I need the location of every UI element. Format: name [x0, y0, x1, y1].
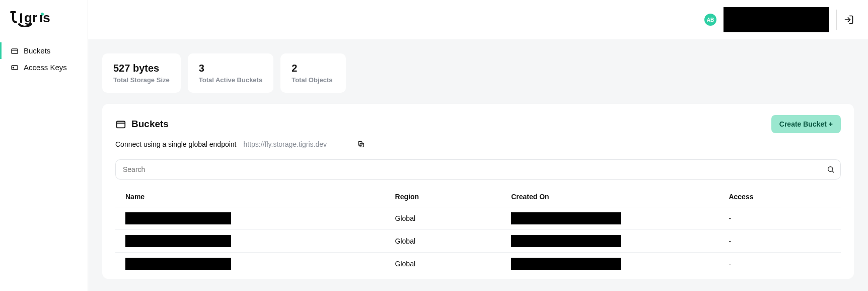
panel-title: Buckets — [115, 119, 169, 130]
svg-rect-3 — [12, 49, 18, 53]
create-bucket-button[interactable]: Create Bucket + — [771, 115, 841, 133]
cell-region: Global — [391, 207, 508, 230]
separator — [836, 10, 837, 30]
cell-access: - — [725, 230, 841, 253]
stat-card-active-buckets: 3 Total Active Buckets — [188, 53, 273, 93]
bucket-created-redacted — [511, 258, 621, 270]
bucket-name-redacted — [125, 235, 231, 247]
cell-region: Global — [391, 230, 508, 253]
sidebar: gr ıs Buckets Access Keys — [0, 0, 88, 291]
svg-text:gr: gr — [24, 10, 37, 25]
sidebar-item-label: Buckets — [24, 46, 50, 55]
bucket-icon — [115, 119, 126, 130]
avatar-initials: AB — [707, 17, 714, 23]
bucket-name-redacted — [125, 258, 231, 270]
svg-point-5 — [13, 67, 14, 68]
stat-value: 2 — [292, 63, 335, 74]
stat-label: Total Active Buckets — [199, 76, 262, 84]
stat-card-objects: 2 Total Objects — [280, 53, 346, 93]
bucket-icon — [11, 47, 19, 55]
svg-rect-6 — [117, 122, 125, 128]
topbar: AB — [88, 0, 868, 39]
bucket-name-redacted — [125, 212, 231, 224]
col-header-created: Created On — [507, 187, 725, 207]
endpoint-label: Connect using a single global endpoint — [115, 140, 237, 148]
sidebar-item-buckets[interactable]: Buckets — [0, 42, 88, 59]
stat-label: Total Storage Size — [113, 76, 170, 84]
search-icon — [827, 165, 835, 173]
table-row[interactable]: Global - — [115, 207, 841, 230]
buckets-table: Name Region Created On Access Global - — [115, 187, 841, 275]
endpoint-url: https://fly.storage.tigris.dev — [244, 140, 327, 148]
table-row[interactable]: Global - — [115, 253, 841, 275]
copy-endpoint-button[interactable] — [357, 140, 365, 148]
sidebar-item-access-keys[interactable]: Access Keys — [0, 59, 88, 76]
stats-row: 527 bytes Total Storage Size 3 Total Act… — [102, 53, 854, 93]
panel-title-text: Buckets — [131, 119, 169, 130]
key-card-icon — [11, 64, 19, 72]
bucket-created-redacted — [511, 212, 621, 224]
svg-text:ıs: ıs — [39, 10, 50, 25]
stat-value: 527 bytes — [113, 63, 170, 74]
buckets-panel: Buckets Create Bucket + Connect using a … — [102, 104, 854, 279]
user-info-redacted[interactable] — [724, 7, 829, 32]
cell-access: - — [725, 253, 841, 275]
cell-access: - — [725, 207, 841, 230]
cell-region: Global — [391, 253, 508, 275]
col-header-name: Name — [115, 187, 391, 207]
stat-label: Total Objects — [292, 76, 335, 84]
avatar[interactable]: AB — [704, 14, 716, 26]
bucket-created-redacted — [511, 235, 621, 247]
table-row[interactable]: Global - — [115, 230, 841, 253]
logout-button[interactable] — [844, 15, 854, 25]
search-input[interactable] — [115, 159, 841, 180]
col-header-access: Access — [725, 187, 841, 207]
col-header-region: Region — [391, 187, 508, 207]
svg-point-9 — [828, 167, 833, 171]
stat-value: 3 — [199, 63, 262, 74]
stat-card-storage: 527 bytes Total Storage Size — [102, 53, 181, 93]
sidebar-item-label: Access Keys — [24, 63, 67, 72]
brand-logo: gr ıs — [0, 9, 88, 42]
